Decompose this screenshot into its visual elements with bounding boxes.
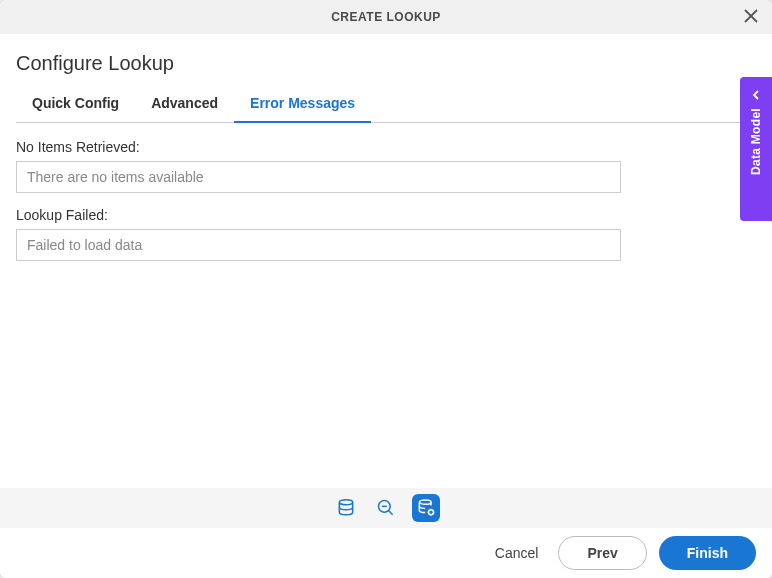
chevron-left-icon: [751, 87, 761, 102]
search-minus-icon: [376, 498, 396, 518]
database-icon: [336, 498, 356, 518]
tab-quick-config[interactable]: Quick Config: [16, 87, 135, 123]
tab-list: Quick Config Advanced Error Messages: [16, 87, 756, 123]
close-button[interactable]: [740, 6, 762, 28]
data-model-label: Data Model: [749, 108, 763, 175]
step-configure[interactable]: [412, 494, 440, 522]
data-model-panel-toggle[interactable]: Data Model: [740, 77, 772, 221]
lookup-failed-input[interactable]: [16, 229, 621, 261]
tab-error-messages[interactable]: Error Messages: [234, 87, 371, 123]
step-data-source[interactable]: [332, 494, 360, 522]
step-filter[interactable]: [372, 494, 400, 522]
svg-line-5: [389, 511, 393, 515]
svg-point-2: [339, 500, 352, 505]
database-settings-icon: [416, 498, 436, 518]
modal-header: CREATE LOOKUP: [0, 0, 772, 34]
modal-footer: Cancel Prev Finish: [0, 528, 772, 578]
modal-title: CREATE LOOKUP: [331, 10, 441, 24]
no-items-field-group: No Items Retrieved:: [16, 139, 621, 193]
svg-point-7: [429, 510, 434, 515]
modal-body: Configure Lookup Quick Config Advanced E…: [0, 34, 772, 488]
close-icon: [744, 8, 758, 26]
create-lookup-modal: CREATE LOOKUP Configure Lookup Quick Con…: [0, 0, 772, 578]
prev-button[interactable]: Prev: [558, 536, 646, 570]
section-title: Configure Lookup: [16, 52, 756, 75]
tab-advanced[interactable]: Advanced: [135, 87, 234, 123]
no-items-label: No Items Retrieved:: [16, 139, 621, 155]
lookup-failed-field-group: Lookup Failed:: [16, 207, 621, 261]
wizard-step-bar: [0, 488, 772, 528]
finish-button[interactable]: Finish: [659, 536, 756, 570]
lookup-failed-label: Lookup Failed:: [16, 207, 621, 223]
svg-point-6: [419, 500, 431, 504]
no-items-input[interactable]: [16, 161, 621, 193]
cancel-button[interactable]: Cancel: [487, 539, 547, 567]
